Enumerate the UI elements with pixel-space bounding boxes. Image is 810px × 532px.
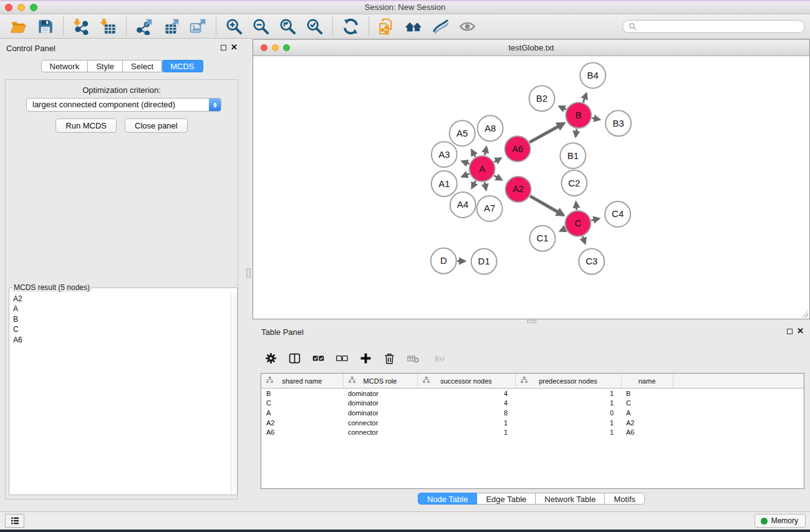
table-cell[interactable]: A [261, 408, 343, 418]
zoom-fit-button[interactable] [274, 16, 301, 37]
graph-edge-A-A8[interactable] [485, 147, 486, 155]
show-hide-button[interactable] [454, 16, 481, 37]
criterion-select[interactable]: largest connected component (directed) [26, 98, 221, 112]
graph-edge-A-A6[interactable] [494, 158, 501, 162]
table-row[interactable]: A2connector11A2 [261, 418, 804, 428]
tab-network[interactable]: Network [41, 60, 88, 72]
export-network-button[interactable] [131, 16, 158, 37]
run-mcds-button[interactable]: Run MCDS [55, 118, 117, 133]
graph-edge-B-B1[interactable] [576, 129, 577, 137]
tab-node-table[interactable]: Node Table [418, 493, 478, 505]
table-cell[interactable]: A [621, 408, 673, 418]
table-cell[interactable]: 1 [515, 427, 621, 437]
horizontal-split-handle[interactable] [527, 320, 536, 323]
zoom-selected-button[interactable] [301, 16, 328, 37]
table-cell[interactable]: C [621, 399, 673, 409]
table-cell[interactable]: B [621, 389, 673, 399]
tab-mcds[interactable]: MCDS [162, 60, 203, 72]
table-cell[interactable]: dominator [343, 408, 417, 418]
table-cell[interactable]: A6 [261, 427, 343, 437]
export-table-button[interactable] [158, 16, 185, 37]
table-close-panel-icon[interactable]: ✕ [797, 326, 804, 336]
tab-select[interactable]: Select [123, 60, 162, 72]
open-file-button[interactable] [5, 16, 32, 37]
table-cell[interactable]: 1 [417, 418, 515, 428]
result-scrollbar[interactable] [231, 292, 237, 495]
zoom-out-button[interactable] [248, 16, 274, 37]
zoom-in-button[interactable] [221, 16, 248, 37]
graph-edge-A-A4[interactable] [472, 181, 476, 188]
settings-gear-button[interactable] [263, 350, 279, 367]
minimize-traffic-light[interactable] [17, 4, 25, 11]
table-cell[interactable]: 1 [515, 399, 621, 409]
graph-edge-A2-C[interactable] [530, 196, 563, 215]
mcds-result-item[interactable]: A [13, 304, 237, 314]
table-row[interactable]: Adominator80A [261, 408, 804, 418]
zoom-traffic-light[interactable] [30, 4, 37, 11]
column-header-shared-name[interactable]: shared name [261, 374, 343, 389]
network-close-light[interactable] [261, 44, 268, 51]
mcds-result-item[interactable]: A6 [13, 335, 237, 345]
mcds-result-item[interactable]: C [13, 324, 237, 334]
column-header-name[interactable]: name [621, 374, 673, 389]
close-panel-button[interactable]: Close panel [125, 118, 188, 133]
import-table-button[interactable] [95, 16, 122, 37]
network-graph[interactable]: B4B2BB3A8A5A6A3B1AC2A1A2A4A7C4CC1DD1C3 [253, 56, 809, 319]
toggle-details-button[interactable] [427, 16, 454, 37]
task-history-button[interactable] [5, 514, 24, 528]
table-cell[interactable]: C [261, 399, 343, 409]
graph-edge-C-C3[interactable] [582, 236, 585, 243]
float-panel-icon[interactable] [221, 45, 226, 51]
column-header-mcds-role[interactable]: MCDS role [343, 374, 417, 389]
import-network-button[interactable] [68, 16, 95, 37]
graph-edge-A-A7[interactable] [485, 182, 486, 190]
network-minimize-light[interactable] [272, 44, 279, 51]
table-cell[interactable]: 1 [515, 389, 621, 399]
mcds-result-item[interactable]: A2 [13, 294, 237, 304]
home-button[interactable] [400, 16, 427, 37]
table-cell[interactable]: connector [343, 427, 417, 437]
table-cell[interactable]: A2 [621, 418, 673, 428]
graph-edge-A-A2[interactable] [494, 175, 501, 180]
table-cell[interactable]: dominator [343, 399, 417, 409]
table-row[interactable]: Cdominator41C [261, 399, 804, 409]
mcds-result-item[interactable]: B [13, 314, 237, 324]
graph-edge-B-B2[interactable] [559, 107, 566, 110]
table-cell[interactable]: A6 [621, 427, 673, 437]
vertical-split-handle[interactable] [246, 268, 251, 278]
graph-edge-A-A3[interactable] [462, 161, 469, 163]
table-float-panel-icon[interactable] [787, 329, 793, 334]
table-cell[interactable]: 1 [515, 418, 621, 428]
select-all-button[interactable] [310, 350, 327, 367]
tab-edge-table[interactable]: Edge Table [477, 493, 536, 505]
table-cell[interactable]: B [261, 389, 343, 399]
graph-edge-C-C2[interactable] [576, 202, 577, 210]
column-header-predecessor-nodes[interactable]: predecessor nodes [515, 374, 621, 389]
close-panel-icon[interactable]: ✕ [231, 42, 238, 52]
table-cell[interactable]: dominator [343, 389, 417, 399]
table-cell[interactable]: 1 [417, 427, 515, 437]
column-header-successor-nodes[interactable]: successor nodes [417, 374, 515, 389]
add-row-button[interactable] [357, 350, 374, 367]
table-row[interactable]: Bdominator41B [261, 389, 804, 399]
table-cell[interactable]: 0 [515, 408, 621, 418]
column-layout-button[interactable] [286, 350, 303, 367]
tab-style[interactable]: Style [88, 60, 123, 72]
network-zoom-light[interactable] [283, 44, 290, 51]
graph-edge-B-B4[interactable] [583, 94, 586, 102]
graph-edge-C-C4[interactable] [591, 218, 599, 220]
export-image-button[interactable] [185, 16, 211, 37]
graph-edge-C-C1[interactable] [560, 229, 565, 231]
clone-network-button[interactable] [374, 16, 400, 37]
search-input[interactable] [639, 21, 799, 31]
table-cell[interactable]: A2 [261, 418, 343, 428]
save-session-button[interactable] [32, 16, 59, 37]
table-cell[interactable]: connector [343, 418, 417, 428]
tab-network-table[interactable]: Network Table [536, 493, 605, 505]
memory-button[interactable]: Memory [755, 514, 806, 528]
table-row[interactable]: A6connector11A6 [261, 427, 804, 437]
search-field[interactable] [622, 20, 805, 33]
graph-edge-B-B3[interactable] [592, 118, 599, 119]
graph-edge-A-A1[interactable] [462, 174, 470, 177]
refresh-layout-button[interactable] [337, 16, 364, 37]
